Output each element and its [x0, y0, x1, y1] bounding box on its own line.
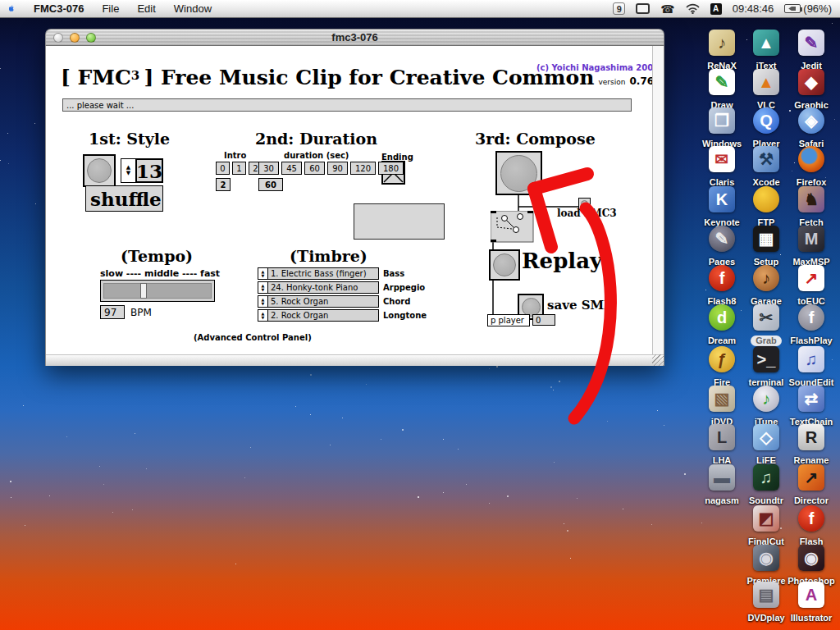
vertical-scrollbar[interactable] — [652, 46, 664, 354]
desktop-icon-life[interactable]: ◇LiFE — [742, 424, 790, 467]
duration-value-box: 60 — [258, 178, 283, 191]
desktop-icon-keynote[interactable]: KKeynote — [698, 186, 746, 229]
desktop-icon-renax[interactable]: ♪ReNaX — [698, 30, 746, 72]
director-app-icon: ↗ — [798, 464, 824, 491]
desktop-icon-flash[interactable]: fFlash — [788, 505, 835, 548]
intro-option-1[interactable]: 1 — [232, 162, 246, 175]
window-bottom-frame — [46, 354, 664, 366]
tempo-scale-label: slow ---- middle ---- fast — [100, 268, 220, 279]
timbre-select-3[interactable]: 2. Rock Organ — [267, 309, 379, 322]
desktop-icon-director[interactable]: ↗Director — [788, 464, 835, 507]
desktop-icon-garage[interactable]: ♪Garage — [742, 265, 790, 308]
desktop-icon-graphic[interactable]: ◆Graphic — [788, 69, 835, 112]
desktop-icon-fetch[interactable]: ♞Fetch — [788, 186, 835, 229]
bpm-number-box[interactable]: 97 — [100, 305, 125, 319]
desktop-icon-dream[interactable]: dDream — [698, 304, 746, 347]
firefox-app-icon — [798, 146, 824, 172]
timbre-select-1[interactable]: 24. Honky-tonk Piano — [267, 281, 379, 294]
renax-app-icon: ♪ — [709, 30, 735, 56]
resize-grip[interactable] — [652, 354, 664, 366]
desktop-icon-finalcut[interactable]: ◩FinalCut — [742, 505, 790, 548]
desktop-icon-itune[interactable]: ♪iTune — [742, 386, 790, 428]
intro-option-0[interactable]: 0 — [216, 162, 230, 175]
timbre-select-2[interactable]: 5. Rock Organ — [267, 295, 379, 308]
timbre-select-0[interactable]: 1. Electric Bass (finger) — [267, 267, 379, 280]
desktop-icon-claris[interactable]: ✉Claris — [698, 146, 746, 189]
desktop-icon-illustrator[interactable]: AIllustrator — [788, 582, 835, 624]
desktop-icon-xcode[interactable]: ⚒Xcode — [742, 146, 790, 189]
desktop-icon-windows[interactable]: ❐Windows — [698, 107, 746, 150]
tempo-slider[interactable] — [100, 280, 215, 302]
safari-app-icon: ◈ — [798, 107, 824, 134]
desktop-icon-flash8[interactable]: fFlash8 — [698, 265, 746, 308]
ftp-app-icon — [753, 186, 779, 212]
menu-app-name[interactable]: FMC3-076 — [25, 0, 93, 18]
duration-heading: 2nd: Duration — [255, 130, 377, 148]
player-number-box[interactable]: 0 — [532, 314, 555, 326]
battery-indicator[interactable]: (96%) — [784, 2, 832, 15]
zoom-button[interactable] — [86, 33, 96, 43]
menu-edit[interactable]: Edit — [128, 0, 164, 18]
timbre-role-label-3: Longtone — [383, 311, 427, 320]
desktop-icon-pages[interactable]: ✎Pages — [698, 226, 746, 268]
desktop-icon-fire[interactable]: ƒFire — [698, 346, 746, 389]
desktop-icon-flashplay[interactable]: fFlashPlay — [788, 304, 835, 347]
desktop-icon-dvdplay[interactable]: ▤DVDplay — [742, 582, 790, 624]
desktop-icon-idvd[interactable]: ▧iDVD — [698, 386, 746, 428]
icon-label: DVDplay — [747, 613, 784, 623]
menu-file[interactable]: File — [93, 0, 128, 18]
draw-app-icon: ✎ — [709, 69, 735, 95]
modem-phone-icon[interactable]: ☎ — [660, 2, 674, 16]
displays-icon[interactable] — [636, 3, 650, 14]
duration-option-45[interactable]: 45 — [281, 162, 302, 175]
style-number-box[interactable]: 13 — [135, 158, 163, 183]
style-bang-button[interactable] — [83, 154, 116, 187]
desktop-icon-toeuc[interactable]: ↗toEUC — [788, 265, 835, 308]
desktop-icon-player[interactable]: QPlayer — [742, 107, 790, 150]
finalcut-app-icon: ◩ — [753, 505, 779, 532]
itext-app-icon: ▲ — [753, 30, 779, 56]
desktop-icon-textchain[interactable]: ⇄TextChain — [788, 386, 835, 428]
menu-clock[interactable]: 09:48:46 — [733, 2, 774, 15]
replay-bang-button[interactable] — [489, 249, 520, 281]
desktop-icon-rename[interactable]: RRename — [788, 424, 835, 467]
duration-option-60[interactable]: 60 — [304, 162, 325, 175]
timbre-role-label-2: Chord — [383, 297, 410, 306]
desktop-icon-nagasm[interactable]: ▬nagasm — [698, 464, 746, 507]
desktop-icon-grab[interactable]: ✂Grab — [742, 304, 790, 347]
gswitch-object[interactable] — [491, 211, 534, 246]
desktop-icon-firefox[interactable]: Firefox — [788, 146, 835, 189]
input-method-icon[interactable]: A — [710, 3, 722, 15]
desktop-icon-maxmsp[interactable]: MMaxMSP — [788, 226, 835, 268]
duration-option-90[interactable]: 90 — [327, 162, 348, 175]
apple-menu[interactable] — [0, 0, 25, 18]
battery-percent: (96%) — [803, 2, 832, 15]
desktop-icon-ftp[interactable]: FTP — [742, 186, 790, 229]
style-stepper[interactable]: ▲▼ — [121, 158, 136, 183]
desktop-icon-safari[interactable]: ◈Safari — [788, 107, 835, 150]
menu-window[interactable]: Window — [165, 0, 221, 18]
toeuc-app-icon: ↗ — [798, 265, 824, 291]
desktop-icon-itext[interactable]: ▲iText — [742, 30, 790, 72]
shuffle-button[interactable]: shuffle — [85, 185, 163, 212]
desktop-icon-soundedit[interactable]: ♫SoundEdit — [788, 346, 835, 389]
window-titlebar[interactable]: fmc3-076 — [45, 29, 664, 46]
duration-option-120[interactable]: 120 — [350, 162, 376, 175]
desktop-icon-vlc[interactable]: ▲VLC — [742, 69, 790, 112]
desktop-icon-terminal[interactable]: >_terminal — [742, 346, 790, 389]
minimize-button[interactable] — [70, 33, 80, 43]
desktop-icon-draw[interactable]: ✎Draw — [698, 69, 746, 112]
wifi-icon[interactable] — [686, 3, 700, 14]
style-heading: 1st: Style — [89, 130, 170, 148]
tempo-slider-handle[interactable] — [140, 283, 147, 299]
duration-option-30[interactable]: 30 — [258, 162, 279, 175]
classic-environment-icon[interactable]: 9 — [613, 2, 625, 15]
desktop-icon-jedit[interactable]: ✎Jedit — [788, 30, 835, 72]
desktop-icon-setup[interactable]: ▦Setup — [742, 226, 790, 268]
desktop-icon-soundtr[interactable]: ♫Soundtr — [742, 464, 790, 507]
desktop-icon-lha[interactable]: LLHA — [698, 424, 746, 467]
close-button[interactable] — [53, 33, 63, 43]
graphic-app-icon: ◆ — [798, 69, 824, 95]
compose-bang-button[interactable] — [495, 151, 542, 195]
duration-option-180[interactable]: 180 — [378, 162, 404, 175]
